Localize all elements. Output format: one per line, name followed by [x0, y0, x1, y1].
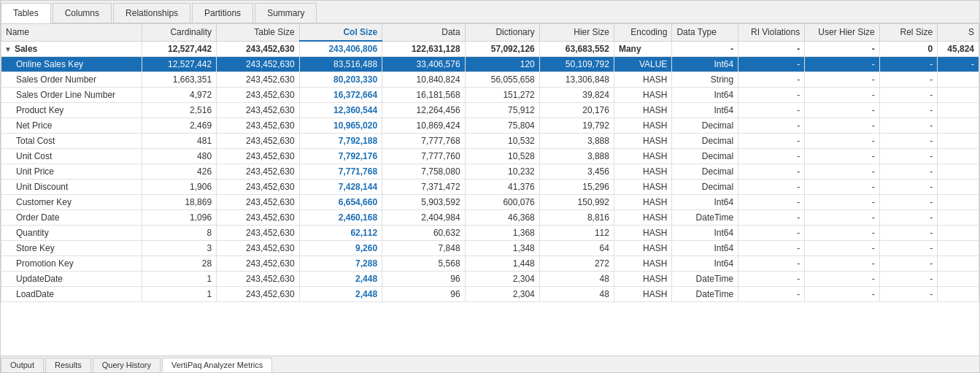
tab-summary[interactable]: Summary — [255, 3, 317, 23]
bottom-tab-queryhistory[interactable]: Query History — [93, 358, 161, 372]
table-row[interactable]: LoadDate 1 243,452,630 2,448 96 2,304 48… — [1, 287, 979, 302]
row-s — [938, 272, 979, 287]
row-cardinality: 12,527,442 — [142, 57, 216, 72]
table-row[interactable]: Sales Order Line Number 4,972 243,452,63… — [1, 88, 979, 103]
row-tablesize: 243,452,630 — [217, 118, 300, 134]
row-tablesize: 243,452,630 — [217, 226, 300, 241]
bottom-tab-output[interactable]: Output — [1, 358, 44, 372]
row-name: Total Cost — [1, 134, 142, 149]
row-tablesize: 243,452,630 — [217, 272, 300, 287]
row-datatype: Decimal — [672, 118, 738, 134]
col-header-data[interactable]: Data — [382, 24, 466, 42]
row-tablesize: 243,452,630 — [217, 88, 300, 103]
row-hiersize: 64 — [539, 241, 614, 256]
col-header-riviolations[interactable]: RI Violations — [738, 24, 805, 42]
top-tab-bar: Tables Columns Relationships Partitions … — [1, 1, 979, 23]
row-dictionary: 10,232 — [465, 164, 539, 180]
row-relsize: - — [879, 164, 937, 180]
row-riviolations: - — [738, 57, 805, 72]
row-relsize: - — [879, 180, 937, 195]
table-row[interactable]: Promotion Key 28 243,452,630 7,288 5,568… — [1, 256, 979, 272]
tab-columns[interactable]: Columns — [53, 3, 112, 23]
tab-relationships[interactable]: Relationships — [113, 3, 190, 23]
row-name: Online Sales Key — [1, 57, 142, 72]
col-header-colsize[interactable]: Col Size — [299, 24, 382, 42]
sales-s: 45,824 — [938, 41, 979, 57]
row-cardinality: 2,516 — [142, 103, 216, 118]
row-userhiersize: - — [805, 118, 880, 134]
col-header-userhiersize[interactable]: User Hier Size — [805, 24, 880, 42]
row-tablesize: 243,452,630 — [217, 134, 300, 149]
row-datatype: Decimal — [672, 164, 738, 180]
row-relsize: - — [879, 118, 937, 134]
row-dictionary: 10,532 — [465, 134, 539, 149]
table-row[interactable]: Total Cost 481 243,452,630 7,792,188 7,7… — [1, 134, 979, 149]
row-encoding: VALUE — [614, 57, 671, 72]
table-row[interactable]: Order Date 1,096 243,452,630 2,460,168 2… — [1, 210, 979, 226]
sales-userhiersize: - — [805, 41, 880, 57]
row-data: 60,632 — [382, 226, 466, 241]
col-header-encoding[interactable]: Encoding — [614, 24, 671, 42]
row-data: 96 — [382, 287, 466, 302]
row-dictionary: 56,055,658 — [465, 72, 539, 88]
row-datatype: Decimal — [672, 180, 738, 195]
table-row[interactable]: Store Key 3 243,452,630 9,260 7,848 1,34… — [1, 241, 979, 256]
bottom-tab-vertipaq[interactable]: VertiPaq Analyzer Metrics — [162, 358, 272, 372]
col-header-relsize[interactable]: Rel Size — [879, 24, 937, 42]
row-encoding: HASH — [614, 287, 671, 302]
sales-parent-row[interactable]: ▼Sales 12,527,442 243,452,630 243,406,80… — [1, 41, 979, 57]
bottom-tab-results[interactable]: Results — [45, 358, 91, 372]
row-s — [938, 103, 979, 118]
row-name: Unit Price — [1, 164, 142, 180]
row-userhiersize: - — [805, 256, 880, 272]
row-dictionary: 46,368 — [465, 210, 539, 226]
row-s — [938, 149, 979, 164]
row-colsize: 6,654,660 — [299, 195, 382, 210]
table-row[interactable]: Quantity 8 243,452,630 62,112 60,632 1,3… — [1, 226, 979, 241]
tab-partitions[interactable]: Partitions — [192, 3, 253, 23]
row-name: Sales Order Line Number — [1, 88, 142, 103]
row-userhiersize: - — [805, 103, 880, 118]
row-name: LoadDate — [1, 287, 142, 302]
table-row[interactable]: Unit Discount 1,906 243,452,630 7,428,14… — [1, 180, 979, 195]
row-relsize: - — [879, 287, 937, 302]
row-tablesize: 243,452,630 — [217, 256, 300, 272]
col-header-name[interactable]: Name — [1, 24, 142, 42]
row-encoding: HASH — [614, 88, 671, 103]
row-dictionary: 75,912 — [465, 103, 539, 118]
row-tablesize: 243,452,630 — [217, 57, 300, 72]
col-header-hiersize[interactable]: Hier Size — [539, 24, 614, 42]
table-row[interactable]: Unit Price 426 243,452,630 7,771,768 7,7… — [1, 164, 979, 180]
sales-hiersize: 63,683,552 — [539, 41, 614, 57]
table-row[interactable]: Product Key 2,516 243,452,630 12,360,544… — [1, 103, 979, 118]
row-userhiersize: - — [805, 134, 880, 149]
row-riviolations: - — [738, 226, 805, 241]
row-cardinality: 28 — [142, 256, 216, 272]
tab-tables[interactable]: Tables — [1, 3, 51, 23]
col-header-dictionary[interactable]: Dictionary — [465, 24, 539, 42]
table-row[interactable]: Net Price 2,469 243,452,630 10,965,020 1… — [1, 118, 979, 134]
col-header-datatype[interactable]: Data Type — [672, 24, 738, 42]
row-relsize: - — [879, 88, 937, 103]
row-userhiersize: - — [805, 180, 880, 195]
sales-riviolations: - — [738, 41, 805, 57]
table-row[interactable]: Customer Key 18,869 243,452,630 6,654,66… — [1, 195, 979, 210]
row-relsize: - — [879, 134, 937, 149]
row-encoding: HASH — [614, 241, 671, 256]
row-relsize: - — [879, 241, 937, 256]
row-userhiersize: - — [805, 195, 880, 210]
sales-name: ▼Sales — [1, 41, 142, 57]
row-datatype: Int64 — [672, 88, 738, 103]
row-datatype: Int64 — [672, 256, 738, 272]
row-relsize: - — [879, 226, 937, 241]
table-wrapper[interactable]: Name Cardinality Table Size Col Size Dat… — [1, 23, 979, 355]
table-row[interactable]: Sales Order Number 1,663,351 243,452,630… — [1, 72, 979, 88]
row-data: 7,777,760 — [382, 149, 466, 164]
col-header-cardinality[interactable]: Cardinality — [142, 24, 216, 42]
col-header-s[interactable]: S — [938, 24, 979, 42]
table-row[interactable]: UpdateDate 1 243,452,630 2,448 96 2,304 … — [1, 272, 979, 287]
row-s — [938, 88, 979, 103]
table-row[interactable]: Online Sales Key 12,527,442 243,452,630 … — [1, 57, 979, 72]
table-row[interactable]: Unit Cost 480 243,452,630 7,792,176 7,77… — [1, 149, 979, 164]
col-header-tablesize[interactable]: Table Size — [217, 24, 300, 42]
